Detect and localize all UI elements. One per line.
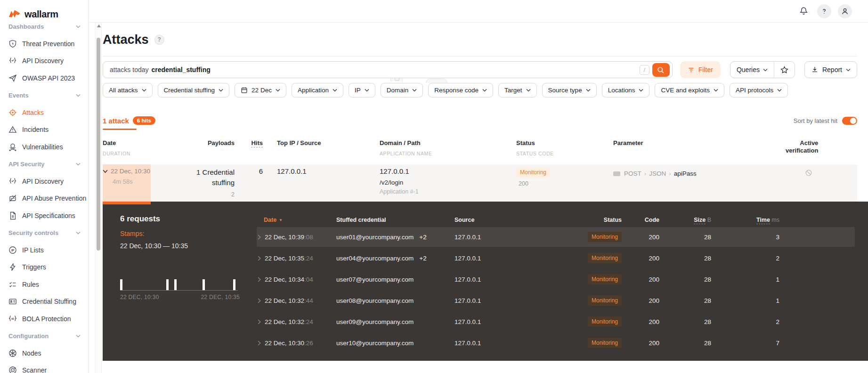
scrollbar-up-arrow[interactable] [97,24,101,27]
sort-toggle[interactable] [842,117,857,125]
col-active-verification: Activeverification [786,139,863,164]
sidebar-item-api-discovery[interactable]: API Discovery [8,52,88,70]
search-query-term: credential_stuffing [152,66,211,73]
attack-details-panel: 6 requests Stamps: 22 Dec, 10:30 — 10:35… [103,202,868,361]
chip-domain[interactable]: Domain [381,83,423,97]
sidebar-item-rules[interactable]: Rules [8,276,88,293]
col-payloads: Payloads [151,139,235,164]
chip-ip[interactable]: IP [349,83,375,97]
attack-count: 1 attack [103,117,129,125]
sidebar-item-owasp-api-2023[interactable]: OWASP API 2023 [8,70,88,87]
sidebar-item-ip-lists[interactable]: IP IP Lists [8,242,88,259]
chip-all-attacks[interactable]: All attacks [103,83,153,97]
chip-date[interactable]: 22 Dec [235,83,286,97]
sidebar-section-security-controls[interactable]: Security controls [8,224,88,242]
col-source: Source [447,217,560,223]
col-domain: Domain / PathAPPLICATION NAME [376,139,512,164]
attack-row[interactable]: 22 Dec, 10:30 4m 58s 1 Credential stuffi… [103,164,857,202]
chevron-down-icon [639,89,643,92]
sidebar-section-api-security[interactable]: API Security [8,155,88,173]
title-help-icon[interactable]: ? [154,35,164,45]
request-row[interactable]: 22 Dec, 10:34:04 user07@yourcompany.com … [257,269,855,289]
chip-api-protocols[interactable]: API protocols [730,83,788,97]
chevron-down-icon [412,89,417,92]
chevron-right-icon[interactable] [258,341,261,346]
sidebar-section-configuration[interactable]: Configuration [8,327,88,345]
chevron-right-icon[interactable] [258,277,261,282]
scrollbar-thumb[interactable] [97,38,100,251]
status-code: 200 [516,180,611,187]
bell-icon[interactable] [796,4,811,18]
help-icon[interactable] [817,4,831,18]
document-icon [8,211,17,220]
queries-button[interactable]: Queries [730,62,774,78]
download-icon [811,66,819,73]
chip-source-type[interactable]: Source type [542,83,597,97]
search-icon [657,66,665,74]
cell-status: Monitoring 200 [512,164,611,202]
sidebar-item-api-discovery-2[interactable]: API Discovery [8,173,88,190]
col-request-status: Status [560,217,622,223]
sidebar-item-threat-prevention[interactable]: Threat Prevention [8,35,88,53]
id-card-icon [8,297,17,306]
col-size[interactable]: Size B [659,217,711,223]
sidebar-item-credential-stuffing[interactable]: Credential Stuffing [8,293,88,310]
request-row[interactable]: 22 Dec, 10:30:26 user10@yourcompany.com … [257,333,855,353]
svg-text:ID: ID [11,317,15,320]
search-button[interactable] [652,63,670,77]
wallarm-logo-icon [8,9,21,20]
request-row[interactable]: 22 Dec, 10:32:24 user09@yourcompany.com … [257,312,855,332]
chip-credential-stuffing[interactable]: Credential stuffing [158,83,230,97]
chip-locations[interactable]: Locations [602,83,650,97]
sidebar-item-bola-protection[interactable]: ID BOLA Protection [8,310,88,328]
filter-button[interactable]: Filter [680,61,721,78]
sidebar-item-attacks[interactable]: Attacks [8,104,88,122]
stamps-histogram-bars [120,280,238,291]
chevron-down-icon [76,334,81,338]
histogram-bar [233,279,235,290]
chip-cve-and-exploits[interactable]: CVE and exploits [655,83,724,97]
search-input[interactable]: attacks today credential_stuffing / [103,61,673,78]
chevron-down-icon [76,231,81,235]
sidebar-item-incidents[interactable]: Incidents [8,121,88,138]
chevron-right-icon[interactable] [258,256,261,261]
cell-top-ip: 127.0.0.1 [263,164,376,202]
request-row[interactable]: 22 Dec, 10:32:44 user08@yourcompany.com … [257,291,855,310]
chip-response-code[interactable]: Response code [428,83,493,97]
stamps-link[interactable]: Stamps: [120,230,247,237]
user-icon[interactable] [838,4,852,18]
bolt-icon [8,263,17,271]
ip-circle-icon: IP [8,246,17,254]
col-hits[interactable]: Hits [235,139,263,164]
chevron-right-icon[interactable] [258,298,261,303]
col-request-date[interactable]: Date▼ [257,217,334,223]
content-scrollbar[interactable] [95,23,102,373]
page-title: Attacks [103,32,149,47]
sidebar-item-triggers[interactable]: Triggers [8,259,88,276]
sidebar-item-api-abuse-prevention[interactable]: API Abuse Prevention [8,190,88,207]
chevron-down-icon[interactable] [103,170,108,173]
chevron-right-icon[interactable] [258,319,261,324]
sidebar-item-api-specifications[interactable]: API Specifications [8,207,88,225]
chevron-right-icon[interactable] [258,235,261,240]
status-badge: Monitoring [588,232,622,242]
chip-target[interactable]: Target [498,83,537,97]
wallarm-logo[interactable]: wallarm [0,0,88,23]
sidebar-item-scanner[interactable]: Scanner [8,362,88,373]
request-row[interactable]: 22 Dec, 10:39:08 user01@yourcompany.com+… [257,227,855,247]
sidebar-item-nodes[interactable]: Nodes [8,345,88,362]
request-row[interactable]: 22 Dec, 10:35:24 user04@yourcompany.com+… [257,248,855,268]
sidebar-section-dashboards[interactable]: Dashboards [8,23,88,35]
col-time[interactable]: Time ms [711,217,779,223]
chevron-down-icon [714,89,718,92]
status-badge: Monitoring [588,295,622,306]
report-button[interactable]: Report [804,61,857,78]
attacks-count-tab[interactable]: 1 attack 6 hits [103,116,155,125]
sidebar-section-events[interactable]: Events [8,87,88,104]
cell-date: 22 Dec, 10:30 4m 58s [103,164,151,202]
chip-application[interactable]: Application [292,83,343,97]
favorite-star-button[interactable] [774,62,795,78]
sidebar-item-vulnerabilities[interactable]: Vulnerabilities [8,138,88,156]
paper-plane-icon [8,74,17,82]
time-range: 22 Dec, 10:30 — 10:35 [120,242,247,250]
